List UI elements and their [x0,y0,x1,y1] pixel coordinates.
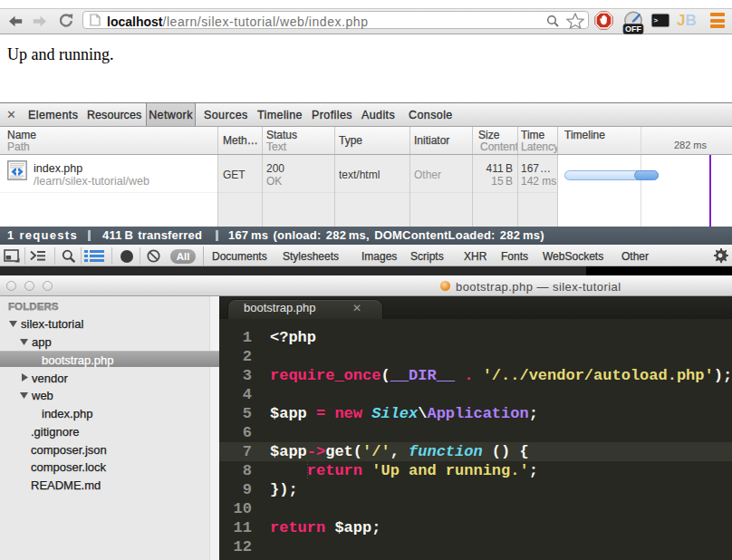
svg-text:OFF: OFF [625,24,641,34]
svg-text:>: > [654,16,659,24]
